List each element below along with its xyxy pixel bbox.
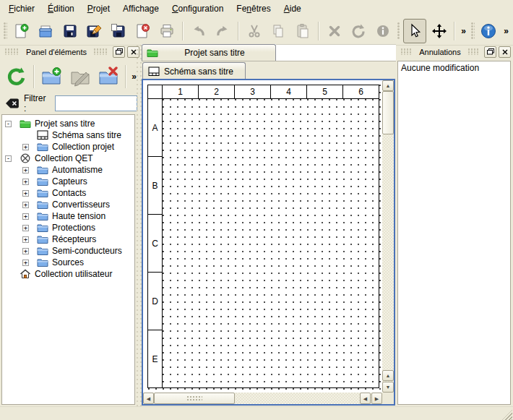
float-panel-button[interactable] <box>484 46 496 58</box>
tab-schema[interactable]: Schéma sans titre <box>142 62 246 80</box>
toolbar-handle[interactable] <box>4 22 7 40</box>
paste-icon <box>295 23 311 39</box>
open-button[interactable] <box>34 19 57 43</box>
scroll-right-button[interactable]: ▶ <box>371 393 382 404</box>
toolbar-handle[interactable] <box>471 22 475 40</box>
tree-item[interactable]: + Récepteurs <box>2 233 134 245</box>
toolbar-handle[interactable] <box>397 22 401 40</box>
print-button[interactable] <box>155 19 178 43</box>
horizontal-scrollbar[interactable]: ◀ ◀ ▶ <box>143 393 382 404</box>
info-blue-icon <box>480 22 497 40</box>
elements-panel-titlebar[interactable]: Panel d'éléments <box>0 44 142 59</box>
save-as-button[interactable] <box>82 19 105 43</box>
close-file-button[interactable] <box>132 19 155 43</box>
rotate-button[interactable] <box>347 19 370 43</box>
delete-icon <box>327 23 342 39</box>
menu-item[interactable]: Fenêtres <box>230 0 277 17</box>
expander-plus-icon[interactable]: + <box>22 190 29 197</box>
expander-plus-icon[interactable]: + <box>22 248 29 254</box>
info-button[interactable] <box>371 19 395 43</box>
tree-item[interactable]: + Sources <box>2 257 134 268</box>
filter-input[interactable] <box>55 95 137 111</box>
dock-splitter[interactable] <box>136 44 142 406</box>
expander-plus-icon[interactable]: + <box>22 167 29 173</box>
tree-item[interactable]: + Haute tension <box>2 210 134 222</box>
copy-button[interactable] <box>267 19 290 43</box>
tree-item[interactable]: Collection utilisateur <box>2 268 134 280</box>
close-panel-button[interactable] <box>499 46 511 58</box>
edit-category-button[interactable] <box>66 62 95 91</box>
schema-tab-label: Schéma sans titre <box>164 67 233 77</box>
select-tool-button[interactable] <box>403 19 426 43</box>
frame-column-header: 1 <box>163 85 199 99</box>
redo-button[interactable] <box>211 19 234 43</box>
expander-plus-icon[interactable]: + <box>22 236 29 243</box>
float-panel-button[interactable] <box>113 46 125 58</box>
vertical-scrollbar[interactable]: ▲ ▲ ▼ <box>382 80 394 393</box>
horizontal-scrollbar-thumb[interactable] <box>154 393 235 404</box>
scroll-left-button[interactable]: ◀ <box>143 393 154 404</box>
expander-minus-icon[interactable]: - <box>5 121 12 127</box>
menu-item[interactable]: Affichage <box>116 0 165 17</box>
expander-plus-icon[interactable]: + <box>22 202 29 208</box>
toolbar-overflow-chevron[interactable]: » <box>458 26 469 36</box>
tree-item-label: Récepteurs <box>52 234 96 244</box>
resize-grip-icon[interactable] <box>502 410 512 420</box>
menu-item[interactable]: Aide <box>277 0 308 17</box>
new-document-button[interactable] <box>10 19 33 43</box>
expander-plus-icon[interactable]: + <box>22 260 29 266</box>
cut-button[interactable] <box>243 19 266 43</box>
tree-item[interactable]: + Semi-conducteurs <box>2 245 134 257</box>
qet-collection-icon <box>20 153 31 163</box>
dock-grip[interactable] <box>468 48 479 55</box>
about-button[interactable] <box>478 19 501 43</box>
menu-item[interactable]: Fichier <box>2 0 41 17</box>
frame-row-header: E <box>147 330 163 388</box>
tree-item[interactable]: + Contacts <box>2 187 134 199</box>
tree-item[interactable]: + Automatisme <box>2 164 134 176</box>
tab-project[interactable]: Projet sans titre <box>142 44 276 61</box>
tree-item[interactable]: + Capteurs <box>2 176 134 187</box>
delete-button[interactable] <box>323 19 346 43</box>
tree-item[interactable]: Schéma sans titre <box>2 129 134 141</box>
dock-grip[interactable] <box>94 48 108 55</box>
delete-category-button[interactable] <box>94 62 123 91</box>
tree-item-label: Haute tension <box>52 211 105 221</box>
clear-filter-icon[interactable] <box>4 98 20 109</box>
tree-item-label: Contacts <box>52 188 86 198</box>
scroll-up-button[interactable]: ▲ <box>382 80 394 91</box>
scroll-left-button[interactable]: ◀ <box>360 393 371 404</box>
move-tool-button[interactable] <box>428 19 451 43</box>
tree-item[interactable]: + Convertisseurs <box>2 199 134 210</box>
menu-item[interactable]: Projet <box>81 0 116 17</box>
dock-grip[interactable] <box>401 48 412 55</box>
folder-icon <box>37 246 48 256</box>
tree-item[interactable]: - Projet sans titre <box>2 118 134 129</box>
menu-item[interactable]: Édition <box>41 0 81 17</box>
dock-grip[interactable] <box>5 48 19 55</box>
vertical-scrollbar-thumb[interactable] <box>382 91 394 134</box>
expander-plus-icon[interactable]: + <box>22 179 29 185</box>
toolbar-separator <box>182 22 184 40</box>
expander-minus-icon[interactable]: - <box>5 155 12 162</box>
delete-folder-icon <box>98 67 118 87</box>
reload-collections-button[interactable] <box>2 62 31 91</box>
schema-canvas[interactable]: 1 2 3 4 5 6 A B C D <box>143 80 382 393</box>
paste-button[interactable] <box>291 19 314 43</box>
expander-plus-icon[interactable]: + <box>22 213 29 220</box>
save-all-button[interactable] <box>107 19 130 43</box>
tree-item[interactable]: + Collection projet <box>2 141 134 153</box>
new-category-button[interactable] <box>37 62 66 91</box>
scroll-up-button[interactable]: ▲ <box>382 370 394 381</box>
save-button[interactable] <box>59 19 82 43</box>
undo-panel-titlebar[interactable]: Annulations <box>396 44 513 59</box>
menu-item[interactable]: Configuration <box>165 0 230 17</box>
undo-button[interactable] <box>187 19 210 43</box>
tree-item-label: Automatisme <box>52 165 103 175</box>
tree-item[interactable]: - Collection QET <box>2 153 134 164</box>
expander-plus-icon[interactable]: + <box>22 144 29 150</box>
toolbar-overflow-chevron[interactable]: » <box>501 26 512 36</box>
tree-item[interactable]: + Protections <box>2 222 134 233</box>
scroll-down-button[interactable]: ▼ <box>382 382 394 393</box>
expander-plus-icon[interactable]: + <box>22 225 29 231</box>
